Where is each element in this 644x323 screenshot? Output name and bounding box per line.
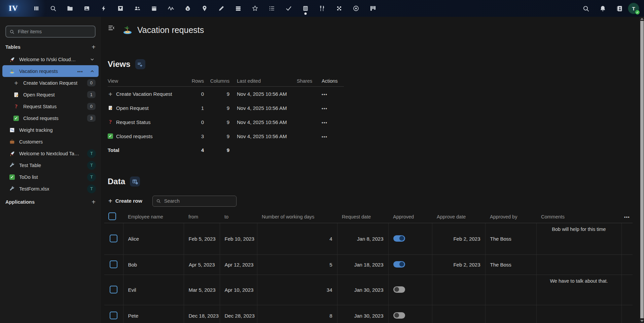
filter-input[interactable]: [17, 29, 92, 35]
photos-icon[interactable]: [83, 5, 90, 12]
chevron-up-icon[interactable]: [89, 68, 95, 74]
row-checkbox[interactable]: [110, 312, 117, 319]
search-box: [152, 196, 237, 207]
data-table: Employee name from to Number of working …: [104, 211, 633, 323]
search-app-icon[interactable]: [50, 5, 57, 12]
dashboard-icon[interactable]: [33, 5, 40, 12]
search-icon[interactable]: [582, 5, 589, 12]
approved-toggle[interactable]: [393, 312, 405, 319]
sidebar-item-create-vacation-request[interactable]: +Create Vacation Request0: [2, 77, 99, 89]
sidebar-item-test-table[interactable]: Test TableT: [2, 159, 99, 171]
kanban-icon[interactable]: [369, 5, 376, 12]
row-checkbox[interactable]: [110, 286, 117, 293]
cell-approve_date: [432, 305, 485, 323]
user-avatar[interactable]: T ✓: [628, 3, 639, 14]
applications-section-header: Applications +: [0, 197, 101, 207]
files-icon[interactable]: [67, 5, 73, 12]
cell-to: Dec 28, 2023: [220, 305, 257, 323]
approved-toggle[interactable]: [393, 261, 405, 268]
create-view-button[interactable]: [135, 59, 145, 69]
add-table-button[interactable]: +: [92, 44, 96, 50]
sidebar-item-request-status[interactable]: ?Request Status0: [2, 100, 99, 112]
view-actions-menu-icon[interactable]: •••: [318, 105, 344, 111]
views-total-rows: 4: [185, 147, 205, 153]
view-actions-menu-icon[interactable]: •••: [318, 119, 344, 125]
collapse-sidebar-icon[interactable]: [108, 24, 115, 32]
view-link[interactable]: Request Status: [116, 119, 151, 125]
view-last_edited: Nov 4, 2025 10:56 AM: [231, 133, 297, 139]
approved-toggle[interactable]: [393, 235, 405, 242]
owner-avatar: T: [87, 161, 96, 170]
sidebar-item-welcome-to-ivski-cloud[interactable]: Welcome to IVski Cloud…: [2, 53, 99, 65]
checklist-icon[interactable]: [269, 5, 275, 12]
sidebar-item-label: Request Status: [23, 104, 57, 109]
sidebar-item-open-request[interactable]: Open Request1: [2, 89, 99, 100]
create-row-button[interactable]: + Create row: [108, 198, 142, 204]
scroll-up-icon[interactable]: [640, 18, 644, 20]
table-search-input[interactable]: [164, 198, 233, 204]
money-icon[interactable]: $: [184, 5, 191, 12]
topbar-right-icons: [582, 5, 623, 12]
sidebar-item-welcome-to-nextcloud-ta[interactable]: Welcome to Nextcloud Ta…T: [2, 148, 99, 159]
activity-icon[interactable]: [100, 5, 107, 12]
cell-from: Dec 18, 2023: [184, 305, 220, 323]
view-actions-menu-icon[interactable]: •••: [318, 91, 344, 97]
view-link[interactable]: Create Vacation Request: [116, 91, 172, 97]
view-rows: 3: [185, 133, 205, 139]
manage-table-button[interactable]: [130, 176, 140, 187]
view-actions-menu-icon[interactable]: •••: [318, 133, 344, 139]
deck-icon[interactable]: [235, 5, 242, 12]
applications-label: Applications: [5, 199, 35, 205]
tasks-icon[interactable]: [285, 5, 292, 12]
add-application-button[interactable]: +: [92, 199, 96, 205]
cell-approve_date: Feb 2, 2023: [432, 255, 485, 275]
maps-icon[interactable]: [201, 5, 208, 12]
notifications-bell-icon[interactable]: [599, 5, 606, 12]
item-menu-icon[interactable]: •••: [77, 69, 83, 74]
sidebar-item-weight-tracking[interactable]: Weight tracking: [2, 124, 99, 136]
view-last_edited: Nov 4, 2025 10:56 AM: [231, 105, 297, 111]
question-icon: ?: [13, 104, 19, 110]
vectors-icon[interactable]: [117, 5, 124, 12]
sidebar-item-todo-list[interactable]: ✓ToDo listT: [2, 171, 99, 183]
calendar-icon[interactable]: [151, 5, 157, 12]
cloud-logo[interactable]: IV: [9, 4, 18, 13]
cell-working_days: 4: [257, 223, 337, 255]
notes-icon[interactable]: [218, 5, 225, 12]
rocket-icon: [9, 56, 15, 63]
vertical-scrollbar[interactable]: [640, 17, 644, 323]
memories-icon[interactable]: [353, 5, 359, 12]
contacts-icon[interactable]: [134, 5, 141, 12]
chevron-down-icon[interactable]: [89, 56, 95, 63]
view-link[interactable]: Open Request: [116, 105, 149, 111]
row-checkbox[interactable]: [110, 235, 117, 242]
sidebar-item-closed-requests[interactable]: ✓Closed requests3: [2, 112, 99, 124]
contacts-menu-icon[interactable]: [616, 5, 623, 12]
rocket-icon: [9, 151, 15, 157]
col-working-days: Number of working days: [257, 211, 337, 223]
select-all-checkbox[interactable]: [108, 212, 116, 220]
tables-icon[interactable]: [302, 5, 309, 12]
sidebar-item-label: Closed requests: [23, 116, 59, 121]
sidebar-item-label: Create Vacation Request: [23, 80, 77, 86]
sidebar-item-testform-xlsx[interactable]: TestForm.xlsxT: [2, 183, 99, 195]
favorites-icon[interactable]: [252, 5, 258, 12]
scrollbar-thumb[interactable]: [640, 21, 644, 318]
view-link[interactable]: Closed requests: [116, 133, 152, 139]
owner-avatar: T: [87, 173, 96, 181]
count-badge: 1: [87, 91, 96, 98]
row-checkbox[interactable]: [110, 260, 117, 268]
sidebar-item-vacation-requests[interactable]: Vacation requests•••: [2, 65, 99, 77]
games-icon[interactable]: [336, 5, 343, 12]
columns-menu-icon[interactable]: •••: [621, 211, 633, 223]
views-col-rows: Rows: [185, 78, 205, 84]
briefcase-icon: [9, 139, 15, 145]
cell-request_date: Jan 8, 2023: [337, 223, 388, 255]
views-col-last-edited: Last edited: [231, 78, 297, 84]
analytics-icon[interactable]: [168, 5, 174, 12]
svg-text:$: $: [187, 7, 188, 10]
approved-toggle[interactable]: [393, 286, 405, 293]
scroll-down-icon[interactable]: [640, 320, 644, 322]
recipes-icon[interactable]: [319, 5, 326, 12]
sidebar-item-customers[interactable]: Customers: [2, 136, 99, 148]
